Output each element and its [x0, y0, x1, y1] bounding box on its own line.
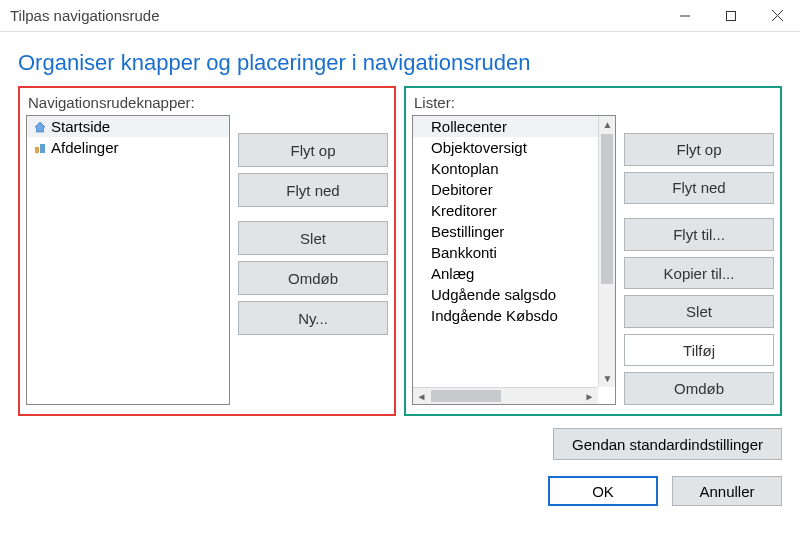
nav-buttons-label: Navigationsrudeknapper: — [28, 94, 388, 111]
window-title: Tilpas navigationsrude — [10, 7, 662, 24]
list-item-label: Bestillinger — [431, 223, 504, 240]
cancel-button[interactable]: Annuller — [672, 476, 782, 506]
list-item[interactable]: Indgående Købsdo — [413, 305, 598, 326]
delete-button[interactable]: Slet — [238, 221, 388, 255]
list-item-label: Objektoversigt — [431, 139, 527, 156]
svg-rect-4 — [35, 147, 39, 153]
list-item[interactable]: Kontoplan — [413, 158, 598, 179]
list-item-label: Kreditorer — [431, 202, 497, 219]
page-heading: Organiser knapper og placeringer i navig… — [18, 50, 782, 76]
new-button[interactable]: Ny... — [238, 301, 388, 335]
copy-to-button[interactable]: Kopier til... — [624, 257, 774, 290]
list-item-label: Indgående Købsdo — [431, 307, 558, 324]
rename-button[interactable]: Omdøb — [624, 372, 774, 405]
add-button[interactable]: Tilføj — [624, 334, 774, 367]
horizontal-scrollbar[interactable]: ◄ ► — [413, 387, 598, 404]
list-item[interactable]: Startside — [27, 116, 229, 137]
list-item[interactable]: Bestillinger — [413, 221, 598, 242]
svg-rect-5 — [40, 144, 45, 153]
svg-rect-1 — [727, 11, 736, 20]
move-up-button[interactable]: Flyt op — [624, 133, 774, 166]
close-button[interactable] — [754, 0, 800, 32]
scroll-down-icon[interactable]: ▼ — [599, 370, 616, 387]
nav-buttons-panel: Navigationsrudeknapper: Startside Afdeli… — [18, 86, 396, 416]
list-item[interactable]: Debitorer — [413, 179, 598, 200]
list-item-label: Udgående salgsdo — [431, 286, 556, 303]
titlebar: Tilpas navigationsrude — [0, 0, 800, 32]
vertical-scrollbar[interactable]: ▲ ▼ — [598, 116, 615, 387]
list-item[interactable]: Kreditorer — [413, 200, 598, 221]
scroll-up-icon[interactable]: ▲ — [599, 116, 616, 133]
scroll-left-icon[interactable]: ◄ — [413, 388, 430, 405]
list-item[interactable]: Anlæg — [413, 263, 598, 284]
list-item[interactable]: Udgående salgsdo — [413, 284, 598, 305]
move-up-button[interactable]: Flyt op — [238, 133, 388, 167]
list-item[interactable]: Rollecenter — [413, 116, 598, 137]
list-item[interactable]: Bankkonti — [413, 242, 598, 263]
list-item-label: Afdelinger — [51, 139, 119, 156]
scroll-right-icon[interactable]: ► — [581, 388, 598, 405]
lists-label: Lister: — [414, 94, 774, 111]
list-item-label: Rollecenter — [431, 118, 507, 135]
list-item-label: Bankkonti — [431, 244, 497, 261]
list-item-label: Debitorer — [431, 181, 493, 198]
home-icon — [33, 120, 47, 134]
maximize-button[interactable] — [708, 0, 754, 32]
list-item[interactable]: Objektoversigt — [413, 137, 598, 158]
lists-panel: Lister: Rollecenter Objektoversigt Konto… — [404, 86, 782, 416]
dept-icon — [33, 141, 47, 155]
list-item-label: Startside — [51, 118, 110, 135]
scroll-thumb[interactable] — [601, 134, 613, 284]
list-item-label: Kontoplan — [431, 160, 499, 177]
move-down-button[interactable]: Flyt ned — [238, 173, 388, 207]
minimize-button[interactable] — [662, 0, 708, 32]
rename-button[interactable]: Omdøb — [238, 261, 388, 295]
nav-buttons-list[interactable]: Startside Afdelinger — [26, 115, 230, 405]
list-item[interactable]: Afdelinger — [27, 137, 229, 158]
restore-defaults-button[interactable]: Gendan standardindstillinger — [553, 428, 782, 460]
ok-button[interactable]: OK — [548, 476, 658, 506]
scroll-thumb[interactable] — [431, 390, 501, 402]
move-down-button[interactable]: Flyt ned — [624, 172, 774, 205]
delete-button[interactable]: Slet — [624, 295, 774, 328]
move-to-button[interactable]: Flyt til... — [624, 218, 774, 251]
list-item-label: Anlæg — [431, 265, 474, 282]
lists-list[interactable]: Rollecenter Objektoversigt Kontoplan Deb… — [412, 115, 616, 405]
